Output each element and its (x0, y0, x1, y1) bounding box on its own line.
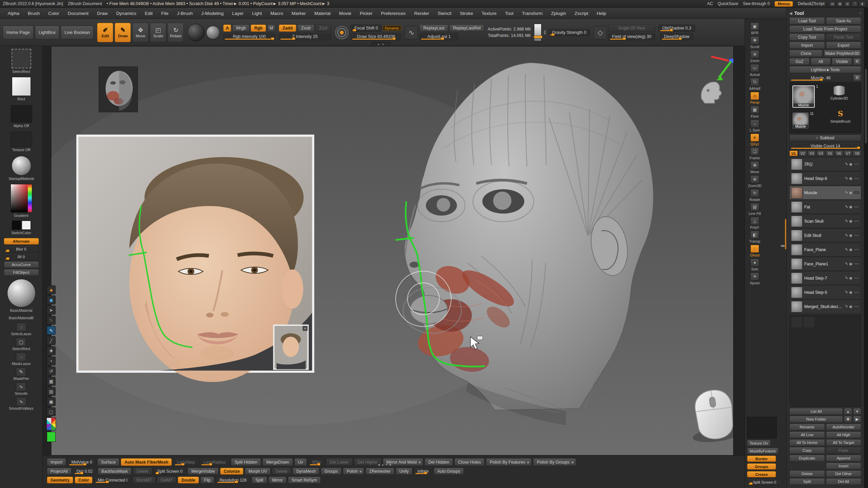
focal-shift-icon[interactable] (334, 25, 349, 40)
render-toggles-icon[interactable] (853, 206, 860, 208)
quicksave-button[interactable]: QuickSave (718, 1, 738, 6)
mini-tool-button[interactable]: ▣ (47, 397, 56, 406)
startup-material-sphere[interactable] (12, 156, 31, 176)
render-toggles-icon[interactable] (853, 177, 860, 180)
polypaint-icon[interactable]: ✎ (845, 176, 848, 181)
color-picker[interactable] (11, 184, 32, 212)
version-tab[interactable]: V7 (844, 150, 852, 156)
deep-shadow-slider[interactable]: DeepShadow (660, 33, 693, 40)
subtool-row[interactable]: Scan Skull ✎ ◉ (789, 214, 861, 228)
render-toggles-icon[interactable] (853, 248, 860, 251)
mask-by-feature-button[interactable]: MaskByFeature (747, 448, 778, 454)
mini-tool-button[interactable]: ✎ (47, 316, 56, 325)
list-all-button[interactable]: List All (789, 408, 843, 415)
visibility-eye-icon[interactable]: ◉ (849, 190, 852, 195)
menu-item[interactable]: Movie (335, 8, 356, 19)
crease-button[interactable]: Crease (747, 471, 776, 477)
render-toggles-icon[interactable] (853, 291, 860, 293)
version-tab[interactable]: V6 (835, 150, 843, 156)
visibility-eye-icon[interactable]: ◉ (849, 247, 852, 252)
bottom-button[interactable]: Split (252, 476, 267, 484)
polypaint-icon[interactable]: ✎ (845, 205, 848, 209)
rgb-intensity-slider[interactable]: Rgb Intensity 100 (223, 33, 275, 40)
menu-item[interactable]: Help (593, 8, 611, 19)
bottom-button[interactable]: Flip (200, 476, 214, 484)
menus-button[interactable]: Menus (774, 1, 793, 7)
titlebar-icon[interactable]: ❐ (852, 1, 858, 6)
secondary-material-sphere[interactable] (206, 26, 220, 39)
stroke-selector-thumbnail[interactable] (12, 49, 31, 68)
polypaint-icon[interactable]: ✎ (845, 219, 848, 223)
mini-palette-swatches[interactable] (46, 418, 56, 430)
goz-r-button[interactable]: R (853, 58, 861, 65)
brush-slot[interactable]: ◌ SelectLasso (11, 323, 32, 336)
m-button[interactable]: M (267, 24, 275, 32)
render-toggles-icon[interactable] (853, 220, 860, 222)
version-tab[interactable]: V5 (826, 150, 834, 156)
bottom-button[interactable]: DelMT (157, 476, 176, 484)
rf-slider[interactable]: Rf 0 (4, 253, 39, 260)
list-up-button[interactable]: ▴ (844, 408, 852, 415)
menu-item[interactable]: Marker (288, 8, 310, 19)
secondary-color-swatch[interactable] (22, 221, 31, 230)
right-edge-scrollbar[interactable] (864, 8, 868, 488)
menu-item[interactable]: Layer (228, 8, 248, 19)
mini-tool-button[interactable]: ▦ (47, 377, 56, 386)
bottom-button[interactable]: Groups (321, 468, 341, 475)
right-shelf-button[interactable]: ◧ Transp (747, 231, 763, 243)
active-tool-slider[interactable]: Muscle. 48 (789, 74, 852, 81)
subtool-header[interactable]: ▾ Subtool (789, 135, 861, 141)
polypaint-icon[interactable]: ✎ (845, 290, 848, 294)
gravity-strength-slider[interactable]: Gravity Strength 0 (548, 29, 590, 36)
bottom-button[interactable]: Import (47, 458, 66, 466)
mrgb-button[interactable]: Mrgb (232, 24, 249, 32)
titlebar-icon[interactable]: ▮ (859, 1, 865, 6)
bottom-button[interactable]: Auto Groups (434, 468, 464, 475)
replay-last-rel-button[interactable]: ReplayLastRel (449, 24, 484, 32)
alpha-off-thumbnail[interactable] (11, 105, 32, 123)
home-page-button[interactable]: Home Page (3, 26, 34, 39)
bottom-button[interactable]: Split Hidden (231, 458, 261, 466)
subtool-action-button[interactable]: All High (826, 431, 862, 438)
menu-item[interactable]: Material (310, 8, 335, 19)
brush-slot[interactable]: ∿ SmoothValleys (9, 397, 34, 411)
clone-button[interactable]: Clone (789, 50, 823, 57)
document-canvas[interactable]: × (51, 46, 734, 455)
menu-item[interactable]: Edit (140, 8, 157, 19)
tray-resize-arrows[interactable]: ◀ ▲ ▼ ▶ (378, 463, 392, 466)
visibility-eye-icon[interactable]: ◉ (849, 205, 852, 209)
render-toggles-icon[interactable] (853, 263, 860, 265)
focal-shift-slider[interactable]: Focal Shift 0 (351, 24, 381, 32)
alpha-rect-thumbnail[interactable] (12, 77, 31, 96)
texture-thumbnail[interactable] (747, 417, 777, 439)
lightbox-button[interactable]: LightBox (35, 26, 60, 39)
subtool-row[interactable]: Head Step-5 ✎ ◉ (789, 285, 861, 299)
tool-thumbnail-simplebrush[interactable]: S SimpleBrush (830, 108, 851, 123)
angle-of-view-button[interactable]: Angle Of View (608, 24, 655, 32)
subtool-row[interactable]: Merged_Skull-decimation2_5 ✎ ◉ (789, 300, 861, 313)
version-tab[interactable]: V1 (789, 150, 798, 156)
switch-color-swatches[interactable] (12, 221, 31, 230)
brush-slot[interactable]: ✎ MaskPen (14, 367, 29, 381)
bottom-button[interactable]: Close Holes (454, 458, 485, 466)
subtool-action-button[interactable]: Del All (826, 478, 862, 485)
bottom-button[interactable]: Polish (343, 468, 364, 475)
tool-thumbnail-muscle[interactable]: Muscle (792, 85, 815, 108)
brush-slot[interactable]: ◌ MaskLasso (12, 352, 31, 366)
subtool-action-button[interactable]: All To Target (826, 439, 862, 446)
make-polymesh3d-button[interactable]: Make PolyMesh3D (824, 50, 861, 57)
scrollbar-thumb[interactable] (865, 69, 867, 143)
bottom-button[interactable]: Resolution 128 (216, 476, 250, 484)
bottom-button[interactable]: SDiv (308, 458, 324, 466)
menu-item[interactable]: Preferences (377, 8, 410, 19)
right-shelf-button[interactable]: ● Solo (747, 259, 763, 271)
titlebar-icon[interactable]: ▦ (837, 1, 843, 6)
polypaint-icon[interactable]: ✎ (845, 304, 848, 309)
titlebar-icon[interactable]: ▥ (844, 1, 850, 6)
saturation-square[interactable] (11, 184, 28, 212)
goz-all-button[interactable]: All (811, 58, 831, 65)
subtool-action-button[interactable]: All To Home (789, 439, 825, 446)
subtool-row[interactable]: 28감 ✎ ◉ (789, 157, 861, 171)
right-shelf-button[interactable]: ▣ BPR (747, 22, 763, 35)
export-button[interactable]: Export (826, 42, 862, 49)
